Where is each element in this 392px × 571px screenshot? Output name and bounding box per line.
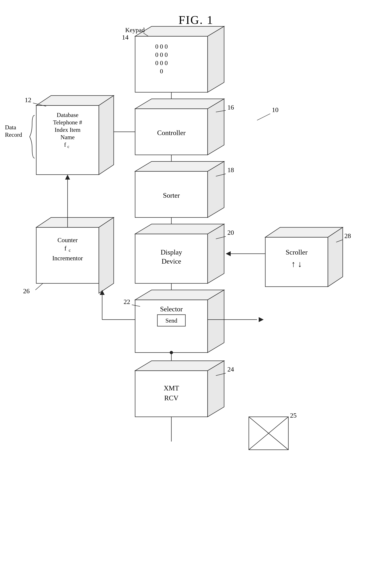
svg-marker-12 (208, 99, 224, 155)
svg-marker-43 (226, 251, 231, 256)
svg-rect-0 (135, 36, 208, 92)
ref-16: 16 (227, 104, 234, 111)
svg-text:0: 0 (160, 68, 163, 75)
svg-text:RCV: RCV (164, 394, 178, 402)
ref-10: 10 (272, 106, 278, 114)
data-record-label: Data (5, 124, 16, 131)
svg-marker-21 (99, 96, 114, 175)
svg-rect-72 (135, 371, 208, 417)
svg-marker-53 (65, 175, 70, 180)
svg-text:Index Item: Index Item (55, 127, 81, 133)
keypad-label: Keypad (125, 27, 145, 33)
svg-text:Name: Name (60, 134, 75, 141)
send-button[interactable]: Send (165, 317, 177, 324)
ref-24: 24 (227, 366, 234, 373)
svg-text:Counter: Counter (58, 237, 78, 243)
svg-marker-59 (208, 290, 224, 353)
svg-text:0  0  0: 0 0 0 (155, 51, 168, 58)
svg-marker-46 (99, 217, 114, 293)
controller-label: Controller (157, 129, 186, 137)
svg-text:c: c (67, 144, 69, 149)
svg-marker-69 (328, 227, 343, 287)
ref-25: 25 (290, 412, 297, 419)
display-device-label: Display (161, 248, 182, 256)
selector-label: Selector (160, 305, 183, 313)
svg-line-14 (257, 114, 270, 120)
svg-marker-37 (208, 224, 224, 283)
svg-text:f: f (64, 141, 66, 148)
svg-marker-31 (208, 161, 224, 217)
ref-26: 26 (23, 287, 30, 295)
svg-text:Incrementor: Incrementor (52, 255, 83, 262)
ref-18: 18 (227, 166, 234, 174)
svg-text:c: c (69, 248, 71, 253)
svg-marker-2 (208, 26, 224, 92)
svg-text:Device: Device (162, 257, 181, 265)
svg-marker-63 (259, 317, 264, 322)
xmt-label: XMT (164, 384, 179, 392)
svg-text:↑  ↓: ↑ ↓ (291, 259, 302, 269)
svg-line-51 (35, 283, 43, 290)
svg-text:0  0  0: 0 0 0 (155, 59, 168, 66)
ref-14: 14 (122, 34, 129, 41)
ref-22: 22 (124, 298, 130, 305)
svg-marker-74 (208, 361, 224, 417)
svg-text:f: f (64, 245, 67, 252)
ref-12: 12 (25, 96, 31, 104)
scroller-label: Scroller (286, 248, 308, 256)
data-record-label2: Record (5, 131, 22, 138)
svg-text:Telephone #: Telephone # (53, 119, 82, 126)
svg-text:0  0  0: 0 0 0 (155, 43, 168, 50)
svg-text:Database: Database (57, 112, 78, 118)
ref-28: 28 (344, 232, 351, 240)
ref-20: 20 (227, 229, 234, 236)
sorter-label: Sorter (163, 192, 180, 199)
